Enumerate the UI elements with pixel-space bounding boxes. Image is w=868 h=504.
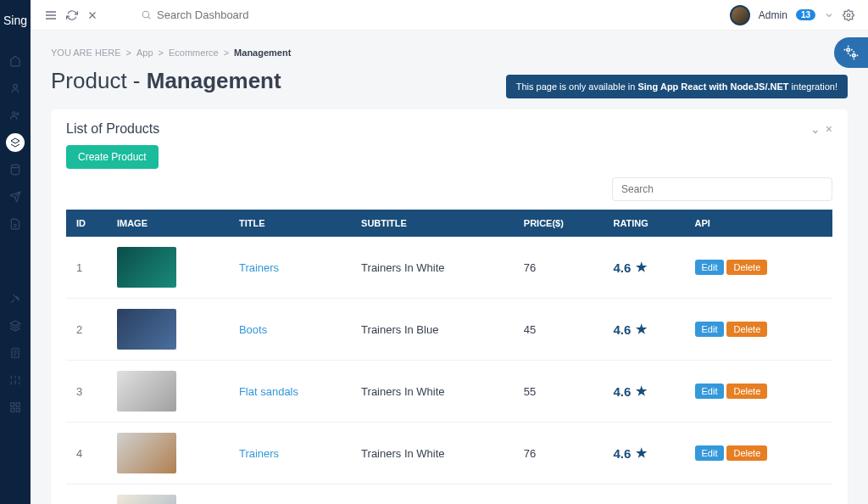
col-image[interactable]: IMAGE [110, 210, 232, 237]
col-subtitle[interactable]: SUBTITLE [354, 210, 517, 237]
product-image[interactable] [117, 495, 176, 504]
rating: 4.6 ★ [613, 445, 681, 461]
rating: 4.6 ★ [613, 384, 681, 399]
table-row: 4 Trainers Trainers In White 76 4.6 ★ Ed… [66, 423, 832, 484]
sidebar-item-file[interactable] [0, 210, 31, 238]
product-title-link[interactable]: Trainers [239, 261, 279, 274]
svg-rect-8 [16, 408, 19, 412]
card-collapse-icon[interactable]: ⌄ [810, 122, 821, 136]
search-box[interactable] [141, 8, 292, 21]
notification-badge[interactable]: 13 [796, 9, 815, 20]
info-banner: This page is only available in Sing App … [506, 75, 848, 98]
col-price[interactable]: PRICE($) [517, 210, 607, 237]
cell-id: 3 [66, 361, 110, 423]
cell-id: 4 [66, 423, 110, 484]
cell-subtitle: Trainers In White [354, 423, 517, 484]
star-icon: ★ [636, 384, 647, 399]
cell-id: 2 [66, 299, 110, 361]
main: Admin 13 YOU ARE HERE > App > Ecommerce … [31, 0, 868, 504]
cell-subtitle: Trainers In Blue [354, 299, 517, 361]
col-title[interactable]: TITLE [232, 210, 354, 237]
cell-id: 1 [66, 237, 110, 299]
sidebar-item-database[interactable] [0, 156, 31, 183]
rating: 4.6 ★ [613, 322, 681, 337]
delete-button[interactable]: Delete [726, 322, 767, 337]
product-title-link[interactable]: Trainers [239, 447, 279, 460]
table-row: 5 Boots Trainers In Blue 45 4.6 ★ EditDe… [66, 484, 832, 505]
sidebar-item-tools[interactable] [0, 285, 31, 312]
table-row: 3 Flat sandals Trainers In White 55 4.6 … [66, 361, 832, 423]
col-id[interactable]: ID [66, 210, 110, 237]
gear-icon[interactable] [843, 9, 854, 21]
topbar: Admin 13 [31, 0, 868, 31]
product-image[interactable] [117, 247, 176, 288]
search-input[interactable] [157, 8, 292, 21]
delete-button[interactable]: Delete [726, 384, 767, 399]
product-image[interactable] [117, 433, 176, 473]
svg-point-3 [11, 165, 19, 168]
breadcrumb-item[interactable]: App [136, 48, 153, 58]
cell-id: 5 [66, 484, 110, 505]
svg-rect-5 [11, 403, 14, 406]
product-image[interactable] [117, 371, 176, 412]
sidebar-item-package[interactable] [0, 312, 31, 339]
delete-button[interactable]: Delete [726, 260, 767, 275]
edit-button[interactable]: Edit [695, 445, 725, 461]
col-rating[interactable]: RATING [606, 210, 687, 237]
content: YOU ARE HERE > App > Ecommerce > Managem… [31, 31, 868, 504]
product-title-link[interactable]: Flat sandals [239, 385, 298, 398]
svg-rect-7 [11, 408, 14, 412]
cell-price: 76 [517, 423, 607, 484]
table-row: 2 Boots Trainers In Blue 45 4.6 ★ EditDe… [66, 299, 832, 361]
table-search-input[interactable] [612, 177, 832, 201]
breadcrumb-item[interactable]: Ecommerce [169, 48, 219, 58]
svg-rect-6 [16, 403, 19, 406]
star-icon: ★ [636, 260, 647, 275]
chevron-down-icon[interactable] [824, 10, 834, 20]
refresh-icon[interactable] [66, 9, 78, 21]
cell-image [110, 299, 232, 361]
sidebar-item-grid[interactable] [0, 394, 31, 421]
products-card: List of Products ⌄ × Create Product ID I… [51, 109, 848, 504]
sidebar-item-sliders[interactable] [0, 367, 31, 394]
sidebar-item-ecommerce[interactable] [0, 129, 31, 156]
cell-image [110, 423, 232, 484]
svg-point-0 [14, 84, 18, 88]
close-icon[interactable] [86, 9, 98, 21]
star-icon: ★ [636, 445, 647, 461]
star-icon: ★ [636, 322, 647, 337]
sidebar-item-user[interactable] [0, 75, 31, 102]
col-api[interactable]: API [688, 210, 832, 237]
admin-name: Admin [759, 9, 787, 21]
cell-image [110, 237, 232, 299]
sidebar-item-doc[interactable] [0, 339, 31, 367]
cell-price: 55 [517, 361, 607, 423]
table-row: 1 Trainers Trainers In White 76 4.6 ★ Ed… [66, 237, 832, 299]
product-image[interactable] [117, 309, 176, 350]
breadcrumb-current: Management [234, 48, 291, 58]
cell-price: 45 [517, 299, 607, 361]
sidebar-item-send[interactable] [0, 183, 31, 210]
avatar[interactable] [730, 5, 750, 25]
delete-button[interactable]: Delete [726, 445, 767, 461]
sidebar-item-users[interactable] [0, 102, 31, 129]
edit-button[interactable]: Edit [695, 260, 725, 275]
edit-button[interactable]: Edit [695, 384, 725, 399]
edit-button[interactable]: Edit [695, 322, 725, 337]
logo[interactable]: Sing [3, 0, 27, 48]
card-title: List of Products [66, 121, 159, 137]
products-table: ID IMAGE TITLE SUBTITLE PRICE($) RATING … [66, 210, 832, 504]
breadcrumb: YOU ARE HERE > App > Ecommerce > Managem… [51, 48, 848, 58]
svg-point-1 [13, 112, 16, 115]
menu-icon[interactable] [44, 8, 58, 22]
svg-point-10 [847, 14, 850, 17]
card-close-icon[interactable]: × [826, 122, 832, 136]
sidebar: Sing [0, 0, 31, 504]
product-title-link[interactable]: Boots [239, 323, 267, 336]
create-product-button[interactable]: Create Product [66, 145, 159, 169]
cell-subtitle: Trainers In White [354, 237, 517, 299]
sidebar-item-home[interactable] [0, 48, 31, 75]
breadcrumb-label: YOU ARE HERE [51, 48, 121, 58]
search-icon [141, 9, 152, 20]
cell-image [110, 484, 232, 505]
